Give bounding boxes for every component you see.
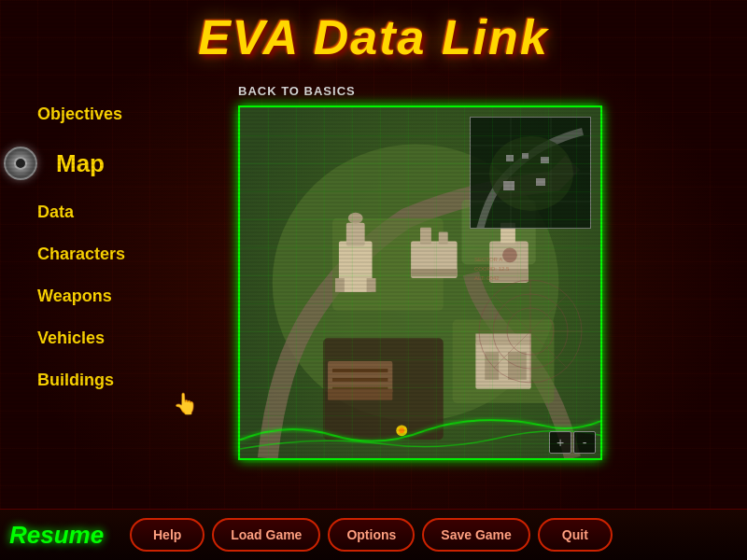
tactical-map[interactable]: SECTOR A COORD: 12.5 ALT: 0042 + - (238, 105, 602, 460)
load-game-button[interactable]: Load Game (212, 518, 320, 552)
sidebar-item-data[interactable]: Data (0, 191, 229, 233)
buildings-label: Buildings (37, 371, 114, 389)
save-game-button[interactable]: Save Game (422, 518, 530, 552)
characters-label: Characters (37, 245, 125, 263)
map-grid-overlay (240, 107, 600, 458)
objectives-label: Objectives (37, 105, 122, 123)
sidebar-item-characters[interactable]: Characters (0, 233, 229, 275)
sidebar-item-weapons[interactable]: Weapons (0, 275, 229, 317)
resume-button[interactable]: Resume (9, 521, 104, 550)
sidebar-nav: Objectives Map Data Characters Weapons V… (0, 75, 229, 504)
map-label: Map (56, 149, 105, 178)
sidebar-item-vehicles[interactable]: Vehicles (0, 317, 229, 359)
weapons-label: Weapons (37, 287, 112, 305)
sidebar-item-buildings[interactable]: Buildings (0, 359, 229, 401)
vehicles-label: Vehicles (37, 329, 105, 347)
map-eye-icon (4, 147, 37, 180)
sidebar-item-objectives[interactable]: Objectives (0, 93, 229, 135)
data-label: Data (37, 203, 74, 221)
page-title: EVA Data Link (0, 9, 747, 65)
main-content-area: BACK TO BASICS (229, 75, 747, 504)
mission-label: BACK TO BASICS (238, 84, 738, 98)
help-button[interactable]: Help (130, 518, 204, 552)
quit-button[interactable]: Quit (538, 518, 613, 552)
sidebar-item-map[interactable]: Map (0, 135, 229, 191)
options-button[interactable]: Options (328, 518, 415, 552)
bottom-toolbar: Resume Help Load Game Options Save Game … (0, 509, 747, 560)
